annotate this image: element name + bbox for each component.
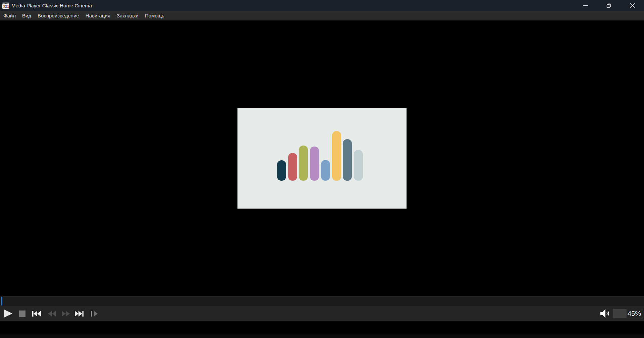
restore-icon (606, 3, 611, 8)
placeholder-bar (343, 139, 352, 181)
play-button[interactable] (4, 309, 12, 318)
seekbar[interactable] (0, 296, 644, 306)
menu-playback[interactable]: Воспроизведение (38, 11, 79, 20)
seek-position-marker[interactable] (1, 297, 2, 305)
placeholder-bar (288, 153, 297, 181)
rewind-button[interactable] (48, 311, 56, 317)
placeholder-bar (299, 146, 308, 181)
fast-forward-icon (62, 311, 70, 317)
mute-button[interactable] (600, 308, 611, 319)
skip-back-icon (32, 311, 41, 317)
mpc-hc-window: 3 2 1 Media Player Classic Home Cinema (0, 0, 644, 338)
speaker-icon (600, 308, 611, 319)
window-controls (574, 0, 644, 11)
placeholder-bar (354, 150, 363, 181)
placeholder-bar (277, 160, 286, 181)
volume-percent-label: 45% (628, 309, 641, 318)
app-icon[interactable]: 3 2 1 (2, 2, 9, 9)
titlebar[interactable]: 3 2 1 Media Player Classic Home Cinema (0, 0, 644, 11)
placeholder-image (237, 108, 407, 209)
menu-view[interactable]: Вид (22, 11, 31, 20)
placeholder-bar (321, 160, 330, 181)
window-title: Media Player Classic Home Cinema (11, 3, 92, 8)
menu-file[interactable]: Файл (3, 11, 16, 20)
minimize-icon (583, 5, 588, 6)
volume-fill (613, 309, 627, 318)
menu-bookmarks[interactable]: Закладки (117, 11, 139, 20)
volume-slider[interactable]: 45% (613, 309, 643, 318)
menu-navigation[interactable]: Навигация (86, 11, 110, 20)
stop-button[interactable] (19, 311, 25, 317)
stop-icon (19, 311, 25, 317)
frame-step-icon (91, 311, 98, 317)
close-icon (630, 3, 635, 8)
skip-forward-icon (75, 311, 84, 317)
skip-back-button[interactable] (32, 311, 41, 317)
frame-step-button[interactable] (91, 311, 98, 317)
placeholder-bar (332, 131, 341, 181)
controlbar: 45% (0, 306, 644, 321)
svg-text:1: 1 (7, 4, 9, 8)
video-area[interactable] (0, 20, 644, 296)
play-icon (4, 309, 12, 318)
menubar: Файл Вид Воспроизведение Навигация Закла… (0, 11, 644, 20)
minimize-button[interactable] (574, 0, 597, 11)
status-bar (0, 321, 644, 338)
restore-button[interactable] (597, 0, 621, 11)
skip-forward-button[interactable] (75, 311, 84, 317)
fast-forward-button[interactable] (62, 311, 70, 317)
status-bar-strip (0, 334, 644, 338)
close-button[interactable] (621, 0, 644, 11)
placeholder-bar (310, 147, 319, 181)
menu-help[interactable]: Помощь (145, 11, 164, 20)
volume-group: 45% (600, 308, 643, 319)
rewind-icon (48, 311, 56, 317)
